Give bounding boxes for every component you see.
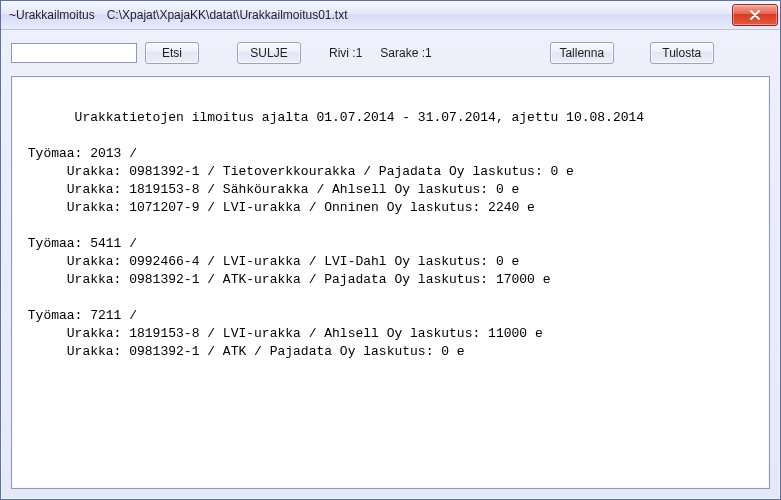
- window-titlebar: ~Urakkailmoitus C:\Xpajat\XpajaKK\datat\…: [1, 1, 780, 30]
- app-window: ~Urakkailmoitus C:\Xpajat\XpajaKK\datat\…: [0, 0, 781, 500]
- toolbar: Etsi SULJE Rivi :1 Sarake :1 Tallenna Tu…: [1, 30, 780, 74]
- print-button[interactable]: Tulosta: [650, 42, 714, 64]
- cursor-status: Rivi :1 Sarake :1: [329, 46, 432, 60]
- search-button[interactable]: Etsi: [145, 42, 199, 64]
- window-title: ~Urakkailmoitus: [9, 8, 95, 22]
- search-input[interactable]: [11, 43, 137, 63]
- document-text: Urakkatietojen ilmoitus ajalta 01.07.201…: [12, 77, 769, 369]
- save-button[interactable]: Tallenna: [550, 42, 614, 64]
- window-title-path: C:\Xpajat\XpajaKK\datat\Urakkailmoitus01…: [107, 8, 732, 22]
- close-doc-button[interactable]: SULJE: [237, 42, 301, 64]
- close-button[interactable]: [732, 4, 778, 26]
- status-rivi: Rivi :1: [329, 46, 362, 60]
- close-icon: [749, 10, 761, 20]
- status-sarake: Sarake :1: [380, 46, 431, 60]
- document-viewport[interactable]: Urakkatietojen ilmoitus ajalta 01.07.201…: [11, 76, 770, 489]
